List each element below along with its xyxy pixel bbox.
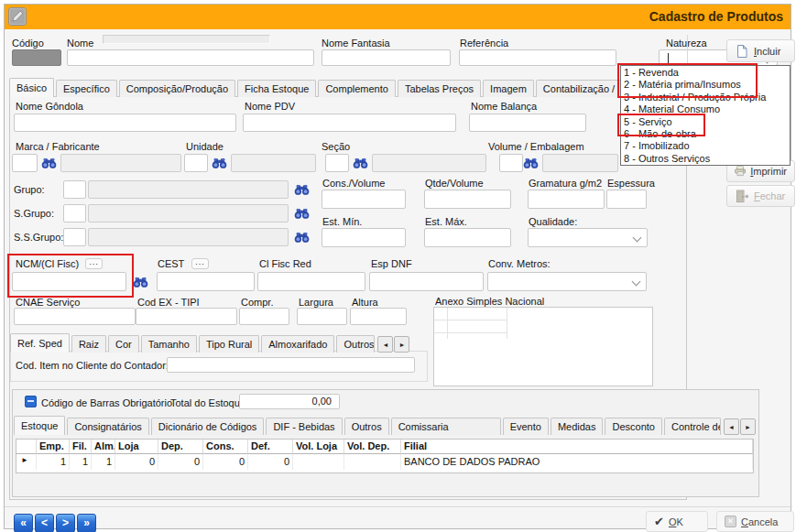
tab-complemento[interactable]: Complemento bbox=[318, 80, 395, 97]
selector-column-header bbox=[16, 440, 37, 454]
subtab-scroll-left-icon[interactable]: ◄ bbox=[377, 336, 393, 353]
cnae-field[interactable] bbox=[14, 308, 136, 325]
natureza-option-servico[interactable]: 5 - Serviço bbox=[621, 116, 790, 128]
tab-ficha-estoque[interactable]: Ficha Estoque bbox=[237, 80, 316, 97]
secao-code-field[interactable] bbox=[325, 154, 349, 172]
nav-previous-button[interactable]: < bbox=[35, 514, 54, 532]
tab-dicionario-codigos[interactable]: Dicionário de Códigos bbox=[151, 418, 265, 435]
unidade-code-field[interactable] bbox=[184, 154, 208, 172]
subtab-raiz[interactable]: Raiz bbox=[71, 335, 106, 353]
table-row[interactable]: ► 1 1 1 0 0 0 0 BANCO DE DADOS PADRAO bbox=[16, 454, 753, 470]
sgrupo-search-binoculars-icon[interactable] bbox=[294, 206, 310, 220]
tab-basico[interactable]: Básico bbox=[9, 78, 54, 97]
tab-medidas[interactable]: Medidas bbox=[551, 418, 604, 435]
cancela-button[interactable]: × Cancela bbox=[716, 511, 794, 532]
estoque-tab-scroll-right-icon[interactable]: ► bbox=[740, 418, 756, 435]
conv-metros-combobox[interactable] bbox=[487, 272, 647, 291]
subtab-tamanho[interactable]: Tamanho bbox=[141, 335, 197, 353]
nome-fantasia-field[interactable] bbox=[322, 49, 451, 66]
tab-dif-bebidas[interactable]: DIF - Bebidas bbox=[266, 418, 342, 435]
cod-item-contador-field[interactable] bbox=[167, 357, 415, 373]
subtab-almoxarifado[interactable]: Almoxarifado bbox=[261, 335, 334, 353]
largura-field[interactable] bbox=[297, 308, 347, 325]
natureza-option-materia-prima[interactable]: 2 - Matéria prima/Insumos bbox=[621, 79, 790, 91]
marca-search-binoculars-icon[interactable] bbox=[41, 156, 57, 169]
nav-first-button[interactable]: « bbox=[14, 514, 33, 532]
nome-gondola-field[interactable] bbox=[14, 114, 236, 132]
footer-divider bbox=[5, 506, 792, 507]
ncm-browse-button[interactable]: ... bbox=[85, 258, 103, 269]
natureza-option-outros-servicos[interactable]: 8 - Outros Serviços bbox=[621, 153, 790, 165]
subtab-tipo-rural[interactable]: Tipo Rural bbox=[199, 335, 259, 353]
natureza-option-industrial[interactable]: 3 - Industrial / Produção Própria bbox=[621, 92, 790, 103]
volume-search-binoculars-icon[interactable] bbox=[523, 156, 539, 169]
tab-estoque[interactable]: Estoque bbox=[14, 416, 65, 435]
grupo-search-binoculars-icon[interactable] bbox=[294, 182, 310, 196]
tab-consignatarios[interactable]: Consignatários bbox=[67, 418, 148, 435]
incluir-button[interactable]: Incluir bbox=[726, 39, 795, 62]
subtab-scroll-right-icon[interactable]: ► bbox=[394, 336, 409, 353]
nome-pdv-field[interactable] bbox=[243, 114, 456, 132]
cest-field[interactable] bbox=[157, 272, 255, 291]
natureza-option-material-consumo[interactable]: 4 - Material Consumo bbox=[621, 103, 790, 115]
nome-balanca-field[interactable] bbox=[469, 114, 586, 132]
ncm-search-binoculars-icon[interactable] bbox=[133, 275, 148, 288]
qtde-volume-label: Qtde/Volume bbox=[425, 178, 484, 190]
subtab-cor[interactable]: Cor bbox=[108, 335, 139, 353]
tab-desconto[interactable]: Desconto bbox=[605, 418, 661, 435]
tab-especifico[interactable]: Específico bbox=[56, 80, 117, 97]
cl-fisc-red-field[interactable] bbox=[257, 272, 365, 291]
espessura-field[interactable] bbox=[606, 190, 647, 209]
ssgrupo-search-binoculars-icon[interactable] bbox=[294, 230, 310, 244]
fechar-button[interactable]: Fechar bbox=[726, 185, 795, 207]
tab-comissaria[interactable]: Comissaria bbox=[391, 418, 501, 435]
codigo-field[interactable] bbox=[12, 49, 61, 66]
secao-search-binoculars-icon[interactable] bbox=[353, 156, 368, 169]
qtde-volume-field[interactable] bbox=[424, 190, 511, 209]
est-max-field[interactable] bbox=[424, 228, 511, 247]
cod-ex-tipi-field[interactable] bbox=[136, 308, 237, 325]
secao-label: Seção bbox=[322, 141, 350, 153]
nome-field[interactable] bbox=[67, 49, 314, 66]
nav-last-button[interactable]: » bbox=[77, 514, 96, 532]
subtab-outros[interactable]: Outros bbox=[336, 335, 375, 353]
volume-code-field[interactable] bbox=[499, 154, 523, 172]
barcode-required-checkbox[interactable] bbox=[25, 396, 37, 407]
marca-desc-field bbox=[60, 154, 181, 172]
total-estoque-field[interactable]: 0,00 bbox=[239, 394, 340, 409]
grupo-code-field[interactable] bbox=[63, 180, 86, 199]
gramatura-field[interactable] bbox=[528, 190, 605, 209]
ok-button[interactable]: ✔ OK bbox=[646, 511, 708, 532]
est-min-field[interactable] bbox=[322, 228, 406, 247]
altura-field[interactable] bbox=[350, 308, 407, 325]
screenshot-root: Cadastro de Produtos Código Nome Nome Fa… bbox=[0, 0, 796, 532]
col-vol-loja: Vol. Loja bbox=[293, 440, 344, 454]
compr-field[interactable] bbox=[239, 308, 289, 325]
esp-dnf-field[interactable] bbox=[369, 272, 484, 291]
ssgrupo-code-field[interactable] bbox=[63, 228, 86, 246]
tab-outros[interactable]: Outros bbox=[344, 418, 389, 435]
estoque-tab-scroll-left-icon[interactable]: ◄ bbox=[724, 418, 739, 435]
tab-contabilizacao[interactable]: Contabilização / bbox=[536, 80, 622, 97]
unidade-search-binoculars-icon[interactable] bbox=[212, 156, 227, 169]
qualidade-combobox[interactable] bbox=[528, 228, 648, 247]
natureza-option-mao-de-obra[interactable]: 6 - Mão-de-obra bbox=[621, 128, 790, 140]
marca-code-field[interactable] bbox=[12, 154, 38, 172]
natureza-option-imobilizado[interactable]: 7 - Imobilizado bbox=[621, 140, 790, 152]
referencia-field[interactable] bbox=[459, 49, 616, 66]
sgrupo-code-field[interactable] bbox=[63, 204, 86, 223]
tab-controle-de[interactable]: Controle de bbox=[664, 418, 721, 435]
tab-imagem[interactable]: Imagem bbox=[483, 80, 534, 97]
ncm-field[interactable] bbox=[12, 272, 126, 291]
tab-tabelas-precos[interactable]: Tabelas Preços bbox=[398, 80, 481, 97]
tab-composicao-producao[interactable]: Composição/Produção bbox=[119, 80, 235, 97]
cod-item-contador-label: Cod. Item no Cliente do Contador: bbox=[16, 360, 169, 372]
tab-evento[interactable]: Evento bbox=[503, 418, 549, 435]
cest-browse-button[interactable]: ... bbox=[191, 258, 209, 269]
subtab-ref-sped[interactable]: Ref. Sped bbox=[10, 333, 70, 353]
natureza-option-revenda[interactable]: 1 - Revenda bbox=[621, 67, 790, 79]
ncm-label: NCM/(Cl Fisc) bbox=[16, 258, 79, 270]
nav-next-button[interactable]: > bbox=[56, 514, 75, 532]
cons-volume-field[interactable] bbox=[322, 190, 406, 209]
anexo-gridline bbox=[447, 308, 448, 339]
